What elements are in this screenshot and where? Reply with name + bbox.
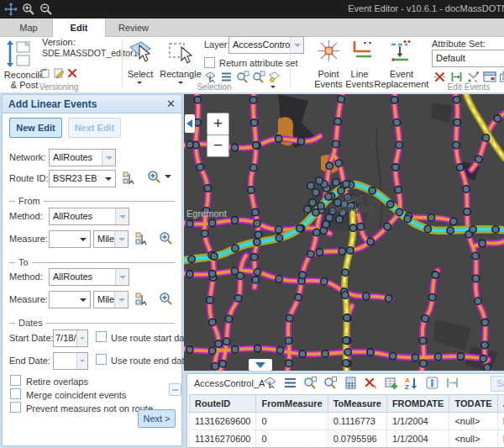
- to-unit-select[interactable]: Miles: [93, 291, 129, 308]
- chevron-down-icon[interactable]: [102, 171, 115, 187]
- column-header[interactable]: TODATE: [449, 395, 497, 413]
- event-point-marker[interactable]: [276, 276, 282, 282]
- event-point-marker[interactable]: [299, 271, 306, 278]
- column-header[interactable]: AC: [497, 395, 504, 413]
- event-point-marker[interactable]: [231, 144, 238, 150]
- event-point-marker[interactable]: [396, 141, 402, 148]
- event-point-marker[interactable]: [343, 360, 349, 366]
- table-cell[interactable]: 11316270600: [190, 430, 256, 448]
- select-dropdown-caret[interactable]: [137, 82, 142, 84]
- collapse-panel-tab[interactable]: [185, 114, 195, 133]
- event-point-marker[interactable]: [395, 187, 402, 193]
- event-point-marker[interactable]: [454, 119, 460, 126]
- event-point-marker[interactable]: [464, 208, 470, 215]
- event-point-marker[interactable]: [472, 275, 479, 282]
- column-header[interactable]: RouteID: [190, 395, 256, 413]
- prevent-measures-checkbox[interactable]: [10, 402, 21, 413]
- event-point-marker[interactable]: [286, 314, 292, 321]
- event-point-marker[interactable]: [393, 119, 400, 126]
- delete-version-icon[interactable]: [67, 68, 77, 78]
- event-point-marker[interactable]: [212, 363, 218, 370]
- move-measure-icon[interactable]: [450, 71, 463, 83]
- event-point-marker[interactable]: [453, 141, 459, 148]
- event-point-marker[interactable]: [248, 187, 255, 193]
- chevron-down-icon[interactable]: [114, 292, 128, 308]
- event-point-marker[interactable]: [209, 319, 216, 325]
- from-zoom-measure-icon[interactable]: [159, 231, 173, 245]
- identify-icon[interactable]: [425, 376, 439, 390]
- event-point-marker[interactable]: [492, 226, 499, 233]
- edit-version-icon[interactable]: [53, 67, 65, 79]
- event-point-marker[interactable]: [197, 164, 203, 171]
- event-point-marker[interactable]: [480, 356, 486, 362]
- table-cell[interactable]: 0: [256, 430, 328, 448]
- event-point-marker[interactable]: [447, 227, 454, 234]
- to-zoom-measure-icon[interactable]: [159, 292, 173, 306]
- event-replacement-icon[interactable]: [389, 40, 412, 63]
- event-point-marker[interactable]: [338, 96, 344, 103]
- chevron-down-icon[interactable]: [290, 37, 303, 53]
- event-point-marker[interactable]: [420, 360, 427, 366]
- column-header[interactable]: FROMDATE: [386, 395, 449, 413]
- event-point-marker[interactable]: [231, 217, 238, 224]
- zoom-to-selected-icon[interactable]: [303, 376, 318, 390]
- next-edit-button[interactable]: Next Edit: [68, 118, 121, 138]
- next-button[interactable]: Next >: [138, 409, 176, 428]
- event-point-marker[interactable]: [254, 269, 260, 276]
- zoom-in-icon[interactable]: [22, 3, 35, 16]
- event-point-marker[interactable]: [276, 135, 282, 142]
- event-point-marker[interactable]: [255, 345, 261, 351]
- panel-scrollbar-handle[interactable]: [169, 383, 181, 396]
- event-point-marker[interactable]: [475, 298, 481, 304]
- table-cell[interactable]: N: [497, 430, 504, 448]
- event-point-marker[interactable]: [363, 293, 370, 299]
- reconcile-post-icon[interactable]: [5, 40, 35, 68]
- event-point-marker[interactable]: [186, 346, 193, 353]
- start-date-select[interactable]: 7/18/: [53, 329, 88, 347]
- attribute-set-select[interactable]: Default: [432, 50, 504, 67]
- event-point-marker[interactable]: [304, 206, 311, 213]
- event-point-marker[interactable]: [479, 240, 486, 246]
- event-point-marker[interactable]: [254, 220, 260, 227]
- event-point-marker[interactable]: [316, 249, 323, 256]
- column-header[interactable]: ToMeasure: [328, 395, 386, 413]
- split-event-icon[interactable]: [433, 71, 446, 83]
- event-point-marker[interactable]: [367, 349, 374, 356]
- table-cell[interactable]: 0.1116773: [328, 413, 386, 430]
- chevron-down-icon[interactable]: [76, 231, 90, 247]
- event-point-marker[interactable]: [453, 97, 459, 103]
- network-select[interactable]: AllRoutes: [49, 149, 116, 166]
- event-point-marker[interactable]: [209, 347, 216, 354]
- event-point-marker[interactable]: [419, 337, 426, 344]
- event-point-marker[interactable]: [299, 350, 306, 357]
- chevron-down-icon[interactable]: [102, 150, 115, 166]
- table-collapse-tab[interactable]: [249, 359, 272, 371]
- pick-route-from-map-icon[interactable]: [122, 171, 136, 185]
- event-point-marker[interactable]: [322, 350, 328, 357]
- event-point-marker[interactable]: [297, 225, 303, 232]
- event-point-marker[interactable]: [188, 256, 195, 262]
- select-rows-icon[interactable]: [263, 376, 277, 390]
- chevron-down-icon[interactable]: [76, 292, 90, 308]
- event-point-marker[interactable]: [318, 203, 324, 209]
- event-point-marker[interactable]: [237, 272, 244, 279]
- from-measure-select[interactable]: [49, 230, 91, 248]
- chevron-down-icon[interactable]: [114, 231, 128, 247]
- event-point-marker[interactable]: [339, 248, 345, 255]
- event-point-marker[interactable]: [312, 189, 319, 196]
- event-point-marker[interactable]: [215, 340, 222, 347]
- copy-events-icon[interactable]: [499, 71, 504, 83]
- event-point-marker[interactable]: [347, 247, 354, 254]
- event-point-marker[interactable]: [321, 278, 328, 285]
- event-point-marker[interactable]: [494, 115, 501, 122]
- event-point-marker[interactable]: [434, 353, 441, 360]
- rectangle-select-icon[interactable]: [166, 39, 195, 66]
- event-point-marker[interactable]: [428, 294, 435, 301]
- event-point-marker[interactable]: [428, 214, 434, 221]
- event-point-marker[interactable]: [255, 231, 261, 238]
- table-row[interactable]: 1131627060000.07955961/1/2004<null>N: [190, 430, 504, 448]
- event-point-marker[interactable]: [186, 271, 193, 277]
- event-point-marker[interactable]: [307, 250, 314, 257]
- event-point-marker[interactable]: [470, 226, 476, 233]
- event-point-marker[interactable]: [232, 245, 239, 251]
